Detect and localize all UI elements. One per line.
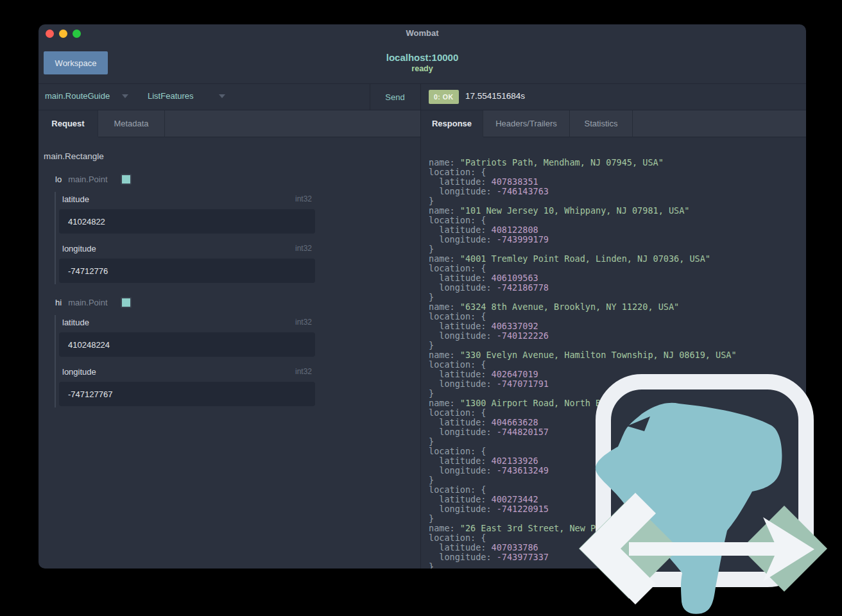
field-name: lo (55, 175, 62, 184)
tab-metadata[interactable]: Metadata (98, 110, 165, 137)
send-button[interactable]: Send (370, 84, 420, 110)
app-window: Wombat Workspace localhost:10000 ready m… (39, 24, 806, 569)
form-field: latitude int32 (59, 318, 315, 357)
response-body: name: "Patriots Path, Mendham, NJ 07945,… (429, 158, 737, 569)
method-select[interactable]: ListFeatures (148, 91, 194, 101)
hi-longitude-input[interactable] (59, 382, 315, 406)
response-line: name: "101 New Jersey 10, Whippany, NJ 0… (429, 206, 737, 216)
response-line: } (429, 389, 737, 398)
response-line: } (429, 196, 737, 206)
response-tabstrip: Response Headers/Trailers Statistics (421, 110, 806, 137)
response-line: location: { (429, 216, 737, 225)
response-line: name: "1300 Airport Road, North Br (429, 398, 737, 408)
response-line: name: "330 Evelyn Avenue, Hamilton Towns… (429, 350, 737, 360)
request-tabstrip: Request Metadata (39, 110, 420, 137)
message-type-label: main.Rectangle (44, 151, 420, 161)
server-host: localhost:10000 (39, 52, 806, 63)
response-line: } (429, 437, 737, 447)
response-line: location: { (429, 167, 737, 177)
hi-latitude-input[interactable] (59, 332, 315, 357)
response-panel: name: "Patriots Path, Mendham, NJ 07945,… (421, 137, 806, 569)
method-bar: main.RouteGuide ListFeatures Send 0: OK … (39, 84, 806, 110)
field-label: latitude (62, 194, 89, 204)
group-header: hi main.Point (44, 296, 420, 308)
response-line: name: "26 East 3rd Street, New Pr (429, 524, 737, 533)
response-line: location: { (429, 447, 737, 456)
field-label: longitude (62, 367, 96, 377)
chevron-down-icon[interactable] (219, 94, 225, 98)
connection-status: ready (39, 64, 806, 73)
field-label: longitude (62, 244, 96, 253)
tab-request[interactable]: Request (39, 110, 98, 137)
response-line: longitude: -743977337 (429, 552, 737, 562)
lo-longitude-input[interactable] (59, 259, 315, 283)
field-scalar-type: int32 (295, 194, 312, 204)
group-header: lo main.Point (44, 173, 420, 185)
field-scalar-type: int32 (295, 367, 312, 377)
tab-statistics[interactable]: Statistics (570, 110, 633, 137)
response-line: latitude: 404663628 (429, 418, 737, 427)
response-line: name: "6324 8th Avenue, Brooklyn, NY 112… (429, 302, 737, 312)
traffic-lights (46, 30, 81, 38)
tabstrip-filler (633, 110, 806, 137)
response-line: longitude: -744820157 (429, 427, 737, 437)
call-duration: 17.554151684s (465, 91, 525, 101)
response-line: longitude: -742186778 (429, 283, 737, 293)
status-badge: 0: OK (429, 90, 459, 104)
group-fields: latitude int32 longitude int32 (55, 315, 319, 407)
response-line: location: { (429, 264, 737, 273)
response-line: longitude: -743999179 (429, 235, 737, 244)
response-line: } (429, 341, 737, 350)
window-title: Wombat (39, 28, 806, 38)
response-line: location: { (429, 533, 737, 543)
group-fields: latitude int32 longitude int32 (55, 192, 319, 284)
zoom-icon[interactable] (73, 30, 81, 38)
service-select[interactable]: main.RouteGuide (45, 91, 110, 101)
response-line: } (429, 244, 737, 254)
response-line: longitude: -740122226 (429, 331, 737, 341)
response-line: location: { (429, 312, 737, 321)
response-line: latitude: 400273442 (429, 495, 737, 504)
lo-latitude-input[interactable] (59, 209, 315, 234)
form-field: longitude int32 (59, 367, 315, 406)
response-line: latitude: 407033786 (429, 543, 737, 552)
response-line: } (429, 475, 737, 485)
minimize-icon[interactable] (59, 30, 67, 38)
response-line: name: "Patriots Path, Mendham, NJ 07945,… (429, 158, 737, 167)
lo-checkbox[interactable] (121, 174, 132, 185)
tabstrip-filler (165, 110, 420, 137)
response-line: } (429, 293, 737, 302)
response-line: latitude: 406109563 (429, 273, 737, 283)
chevron-down-icon[interactable] (122, 94, 128, 98)
response-line: latitude: 402133926 (429, 456, 737, 466)
response-line: name: "4001 Tremley Point Road, Linden, … (429, 254, 737, 264)
field-label: latitude (62, 318, 89, 327)
field-group-hi: hi main.Point latitude int32 longitude i… (44, 296, 420, 407)
hi-checkbox[interactable] (121, 297, 132, 308)
desktop: { "window": { "title": "Wombat" }, "head… (0, 0, 842, 616)
field-type: main.Point (68, 298, 107, 307)
response-line: location: { (429, 485, 737, 495)
response-line: longitude: -746143763 (429, 187, 737, 196)
field-group-lo: lo main.Point latitude int32 longitude i… (44, 173, 420, 284)
response-line: latitude: 402647019 (429, 370, 737, 379)
field-scalar-type: int32 (295, 318, 312, 327)
close-icon[interactable] (46, 30, 54, 38)
response-line: latitude: 407838351 (429, 177, 737, 187)
response-line: } (429, 514, 737, 524)
response-line: location: { (429, 360, 737, 370)
response-line: longitude: -741220915 (429, 504, 737, 514)
form-field: latitude int32 (59, 194, 315, 234)
response-line: latitude: 408122808 (429, 225, 737, 235)
request-form: main.Rectangle lo main.Point latitude in… (39, 137, 420, 569)
tab-headers-trailers[interactable]: Headers/Trailers (483, 110, 570, 137)
response-line: latitude: 406337092 (429, 321, 737, 331)
form-field: longitude int32 (59, 244, 315, 283)
response-line: } (429, 562, 737, 569)
field-type: main.Point (68, 175, 107, 184)
response-line: longitude: -747071791 (429, 379, 737, 389)
response-line: longitude: -743613249 (429, 466, 737, 475)
field-scalar-type: int32 (295, 244, 312, 253)
tab-response[interactable]: Response (421, 110, 483, 137)
field-name: hi (55, 298, 62, 307)
